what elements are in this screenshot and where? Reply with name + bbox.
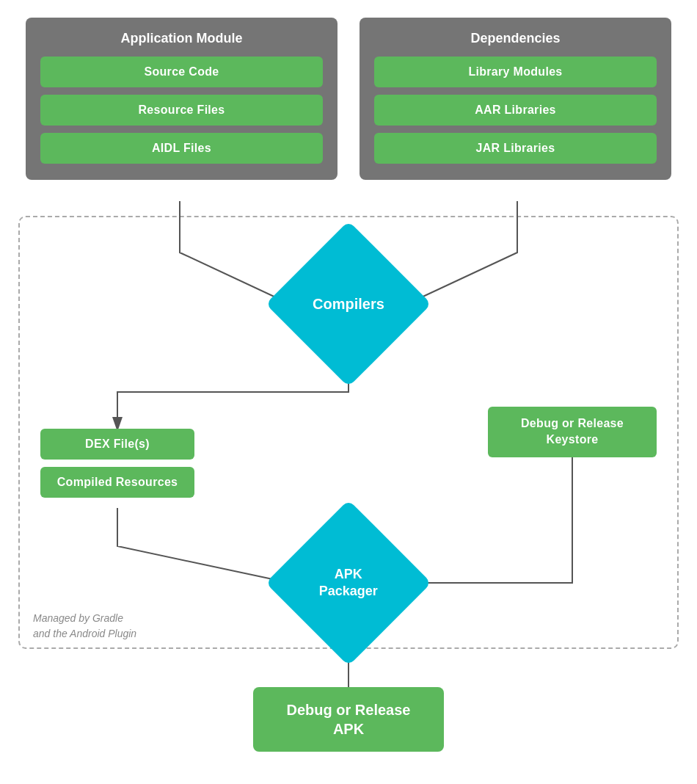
diagram: Application Module Source Code Resource … [26, 18, 671, 766]
resource-files-btn: Resource Files [40, 95, 323, 126]
dependencies-title: Dependencies [374, 31, 657, 46]
application-module-box: Application Module Source Code Resource … [26, 18, 337, 180]
keystore-btn: Debug or ReleaseKeystore [488, 407, 657, 457]
apk-packager-label: APKPackager [319, 566, 378, 600]
library-modules-btn: Library Modules [374, 57, 657, 87]
aar-libraries-btn: AAR Libraries [374, 95, 657, 126]
gradle-label: Managed by Gradle and the Android Plugin [33, 611, 136, 642]
compilers-diamond: Compilers [266, 221, 431, 387]
jar-libraries-btn: JAR Libraries [374, 133, 657, 164]
apk-packager-wrap: APKPackager [290, 524, 407, 642]
dex-files-btn: DEX File(s) [40, 429, 194, 460]
final-apk-btn: Debug or ReleaseAPK [253, 687, 444, 752]
compilers-label: Compilers [313, 294, 384, 313]
source-code-btn: Source Code [40, 57, 323, 87]
compiled-resources-btn: Compiled Resources [40, 467, 194, 498]
compilers-diamond-wrap: Compilers [290, 245, 407, 363]
top-section: Application Module Source Code Resource … [26, 18, 671, 180]
app-module-title: Application Module [40, 31, 323, 46]
apk-packager-diamond: APKPackager [266, 500, 431, 666]
dependencies-box: Dependencies Library Modules AAR Librari… [360, 18, 671, 180]
aidl-files-btn: AIDL Files [40, 133, 323, 164]
middle-right-group: Debug or ReleaseKeystore [488, 407, 657, 465]
middle-left-group: DEX File(s) Compiled Resources [40, 429, 194, 505]
